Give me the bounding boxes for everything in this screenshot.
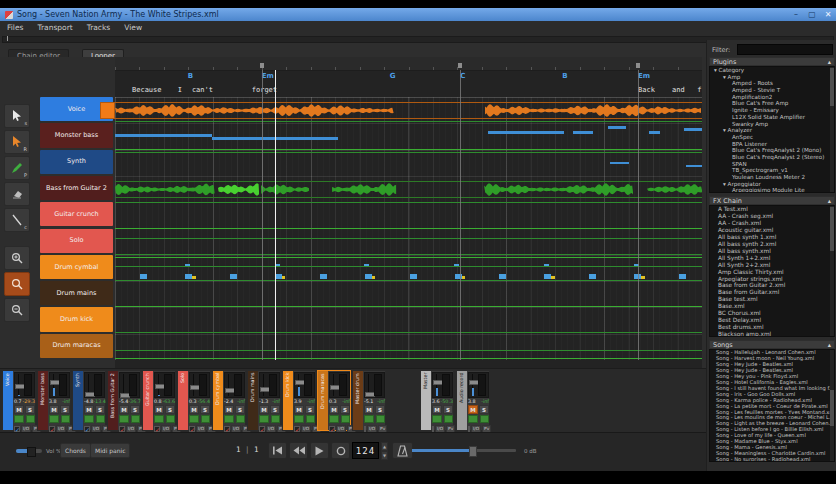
tree-item[interactable]: SPAN <box>710 161 834 168</box>
automation-line[interactable] <box>115 149 702 150</box>
mute-button[interactable]: M <box>189 405 199 414</box>
clip[interactable] <box>218 182 259 197</box>
tree-item[interactable]: ▾ Category <box>710 67 834 74</box>
drum-hit[interactable] <box>544 274 551 279</box>
list-item[interactable]: Best Delay.xml <box>710 317 834 324</box>
clip[interactable] <box>115 103 394 118</box>
tree-item[interactable]: Ignite - Emissary <box>710 107 834 114</box>
drum-hit-accent[interactable] <box>551 276 555 279</box>
timeline-ruler[interactable] <box>115 57 702 71</box>
mixer-strip[interactable]: Synth-4.8-13.4MS✓I/OPv <box>72 370 106 431</box>
automation-line[interactable] <box>115 254 702 255</box>
list-item[interactable]: AA - Crash.xml <box>710 220 834 227</box>
mute-button[interactable]: M <box>294 405 304 414</box>
mixer-strip[interactable]: Voice0.7-29.3MS✓I/OPv <box>2 370 36 431</box>
solo-button[interactable]: S <box>25 405 35 414</box>
track-header[interactable]: Synth <box>40 150 113 174</box>
tree-item[interactable]: Swanky Amp <box>710 121 834 128</box>
track-header[interactable]: Monster bass <box>40 123 113 147</box>
record-checkbox[interactable]: ✓ <box>329 426 335 432</box>
drum-hit[interactable] <box>140 274 147 279</box>
drum-hit[interactable] <box>499 274 506 279</box>
midi-note[interactable] <box>686 165 702 168</box>
clip[interactable] <box>261 182 309 197</box>
mixer-strip[interactable]: Master3.6-50.3MSI/OPv <box>420 370 454 431</box>
midi-note[interactable] <box>610 162 629 165</box>
clip[interactable] <box>484 182 634 197</box>
rewind-button[interactable] <box>289 442 308 459</box>
mute-button[interactable]: M <box>259 405 269 414</box>
fader[interactable] <box>364 372 385 398</box>
list-item[interactable]: All bass synth 1.xml <box>710 234 834 241</box>
list-item[interactable]: Acoustic guitar.xml <box>710 227 834 234</box>
tree-item[interactable]: Youlean Loudness Meter 2 <box>710 174 834 181</box>
track-header[interactable]: Drum maracas <box>40 334 113 358</box>
solo-button[interactable]: S <box>443 405 453 414</box>
filter-input[interactable] <box>737 44 833 55</box>
track-header[interactable]: Bass from Guitar 2 <box>40 176 113 200</box>
track-header[interactable]: Drum cymbal <box>40 255 113 279</box>
tree-item[interactable]: Amped - Roots <box>710 80 834 87</box>
mini-volume-thumb[interactable] <box>27 447 36 457</box>
metronome-button[interactable] <box>392 442 413 459</box>
drum-hit-accent[interactable] <box>282 276 286 279</box>
fader[interactable] <box>14 372 35 398</box>
clip[interactable] <box>332 182 397 197</box>
list-item[interactable]: AA - Crash seg.xml <box>710 213 834 220</box>
drum-hit[interactable] <box>230 274 237 279</box>
track-header[interactable]: Solo <box>40 229 113 253</box>
fader[interactable] <box>259 372 280 398</box>
list-item[interactable]: All Synth 1+2.xml <box>710 255 834 262</box>
automation-line[interactable] <box>115 152 702 153</box>
midi-note[interactable] <box>684 128 702 131</box>
chords-button[interactable]: Chords <box>60 443 91 458</box>
midi-note[interactable] <box>649 131 660 134</box>
clip[interactable] <box>647 182 702 197</box>
fader[interactable] <box>224 372 245 398</box>
chord-label[interactable]: Em <box>638 72 650 80</box>
record-checkbox[interactable]: ✓ <box>259 426 265 432</box>
clip[interactable] <box>115 182 215 197</box>
automation-line[interactable] <box>115 332 702 333</box>
midi-panic-button[interactable]: Midi panic <box>90 443 130 458</box>
chord-label[interactable]: Em <box>262 72 274 80</box>
scrollbar-thumb[interactable] <box>830 207 834 251</box>
range-tool-button[interactable]: R <box>4 130 30 154</box>
list-item[interactable]: Amp Classic Thirty.xml <box>710 269 834 276</box>
drum-hit-accent[interactable] <box>192 276 196 279</box>
zoom-fit-button[interactable] <box>4 272 30 296</box>
list-item[interactable]: Base from Guitar 2.xml <box>710 282 834 289</box>
list-item[interactable]: All bass synth 2.xml <box>710 241 834 248</box>
automation-line[interactable] <box>115 238 702 239</box>
list-item[interactable]: Song - No surprises - Radiohead.xml <box>710 457 834 462</box>
track-header[interactable]: Guitar crunch <box>40 202 113 226</box>
scrollbar-thumb[interactable] <box>830 68 834 106</box>
record-checkbox[interactable] <box>432 426 434 432</box>
tree-item[interactable]: BPA Listener <box>710 141 834 148</box>
list-item[interactable]: Blackson amp.xml <box>710 331 834 337</box>
scrollbar-thumb[interactable] <box>830 390 834 426</box>
mixer-strip[interactable]: Drum maracas0.3-infMS✓I/OPv <box>317 370 351 431</box>
solo-button[interactable]: S <box>130 405 140 414</box>
solo-button[interactable]: S <box>479 405 489 414</box>
playhead[interactable] <box>275 70 276 360</box>
automation-line[interactable] <box>115 350 702 351</box>
maximize-button[interactable]: ▢ <box>804 8 820 21</box>
zoom-in-button[interactable] <box>4 246 30 270</box>
automation-line[interactable] <box>115 257 702 258</box>
master-volume-slider[interactable] <box>412 449 516 452</box>
mute-button[interactable]: M <box>432 405 442 414</box>
menu-item-view[interactable]: View <box>117 23 149 32</box>
list-item[interactable]: A Test.xml <box>710 206 834 213</box>
drum-hit[interactable] <box>410 274 417 279</box>
midi-note[interactable] <box>488 131 564 134</box>
solo-button[interactable]: S <box>375 405 385 414</box>
section-marker[interactable] <box>260 63 264 68</box>
solo-button[interactable]: S <box>270 405 280 414</box>
automation-line[interactable] <box>115 358 702 359</box>
solo-button[interactable]: S <box>60 405 70 414</box>
record-checkbox[interactable]: ✓ <box>294 426 300 432</box>
menu-item-tracks[interactable]: Tracks <box>80 23 118 32</box>
select-tool-button[interactable]: s <box>4 104 30 128</box>
record-checkbox[interactable] <box>364 426 366 432</box>
